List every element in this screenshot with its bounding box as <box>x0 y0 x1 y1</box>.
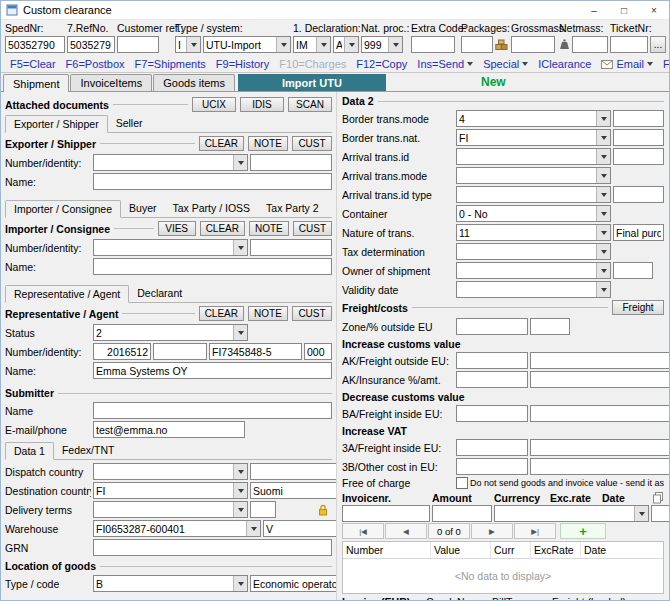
arrival-trans-mode-combo[interactable] <box>456 167 611 184</box>
arrival-trans-id-type-text-input[interactable] <box>613 186 664 203</box>
chevron-down-icon[interactable] <box>186 37 200 52</box>
ba-freight-currency-value[interactable] <box>531 406 669 421</box>
grid-col-excrate[interactable]: ExcRate <box>531 542 581 558</box>
dispatch-country-name-input[interactable] <box>250 463 337 480</box>
invoice-amount-input[interactable] <box>432 505 492 522</box>
scan-button[interactable]: SCAN <box>288 97 332 112</box>
representative-status-value[interactable] <box>94 325 233 340</box>
declaration-a-combo[interactable] <box>333 36 359 53</box>
chevron-down-icon[interactable] <box>596 149 610 164</box>
toolbar-save-button[interactable]: F11=Save <box>658 58 670 70</box>
warehouse-type-value[interactable] <box>264 521 337 536</box>
representative-number2-input[interactable] <box>153 343 207 360</box>
invoice-currency-value[interactable] <box>495 506 634 521</box>
copy-icon[interactable] <box>652 492 664 504</box>
representative-number-input[interactable] <box>93 343 151 360</box>
zone-pct-input[interactable] <box>456 318 528 335</box>
chevron-down-icon[interactable] <box>233 155 247 170</box>
chevron-down-icon[interactable] <box>596 263 610 278</box>
delivery-terms-combo[interactable] <box>93 501 248 518</box>
toolbar-email-button[interactable]: Email <box>596 58 658 70</box>
chevron-down-icon[interactable] <box>596 168 610 183</box>
dispatch-country-value[interactable] <box>94 464 233 479</box>
tab-tax-party-2[interactable]: Tax Party 2 <box>258 200 327 217</box>
tax-determination-combo[interactable] <box>456 243 611 260</box>
importer-cust-button[interactable]: CUST <box>293 221 332 236</box>
exporter-name-input[interactable] <box>93 173 332 190</box>
ak-freight-currency-value[interactable] <box>531 353 669 368</box>
idis-button[interactable]: IDIS <box>240 97 284 112</box>
container-value[interactable] <box>457 206 596 221</box>
system-combo[interactable] <box>203 36 291 53</box>
goods-operator-value[interactable] <box>251 576 337 591</box>
tab-invoiceitems[interactable]: InvoiceItems <box>70 74 152 91</box>
warehouse-combo[interactable] <box>93 520 261 537</box>
owner-of-shipment-value[interactable] <box>457 263 596 278</box>
chevron-down-icon[interactable] <box>233 502 247 517</box>
border-trans-nat-text-input[interactable] <box>613 129 664 146</box>
invoice-excrate-input[interactable] <box>651 505 669 522</box>
importer-clear-button[interactable]: CLEAR <box>200 221 245 236</box>
importer-vies-button[interactable]: VIES <box>158 221 196 236</box>
declaration-im-combo[interactable] <box>293 36 331 53</box>
ak-insurance-currency-combo[interactable] <box>530 371 669 388</box>
nature-of-trans-value[interactable] <box>457 225 596 240</box>
goods-type-combo[interactable] <box>93 575 248 592</box>
toolbar-special-button[interactable]: Special <box>478 58 533 70</box>
type-combo[interactable] <box>175 36 201 53</box>
invoice-currency-combo[interactable] <box>494 505 649 522</box>
tab-goods-items[interactable]: Goods items <box>153 74 235 91</box>
freight-button[interactable]: Freight <box>612 300 664 315</box>
nature-of-trans-combo[interactable] <box>456 224 611 241</box>
border-trans-mode-combo[interactable] <box>456 110 611 127</box>
exporter-note-button[interactable]: NOTE <box>248 136 288 151</box>
exporter-clear-button[interactable]: CLEAR <box>199 136 244 151</box>
owner-of-shipment-combo[interactable] <box>456 262 611 279</box>
chevron-down-icon[interactable] <box>596 282 610 297</box>
owner-of-shipment-text-input[interactable] <box>613 262 653 279</box>
invoicenr-input[interactable] <box>342 505 430 522</box>
netmass-input[interactable] <box>572 36 608 53</box>
free-of-charge-checkbox[interactable] <box>456 477 468 489</box>
nav-prev-button[interactable]: ◀ <box>385 523 427 539</box>
packages-input[interactable] <box>461 36 493 53</box>
chevron-down-icon[interactable] <box>233 483 247 498</box>
ticketnr-browse-button[interactable]: ... <box>650 36 666 53</box>
grid-col-curr[interactable]: Curr <box>491 542 531 558</box>
tab-shipment[interactable]: Shipment <box>3 74 69 92</box>
dispatch-country-combo[interactable] <box>93 463 248 480</box>
ak-insurance-amount-input[interactable] <box>456 371 528 388</box>
border-trans-nat-combo[interactable] <box>456 129 611 146</box>
maximize-button[interactable]: □ <box>609 1 639 19</box>
tax-determination-value[interactable] <box>457 244 596 259</box>
importer-number-value[interactable] <box>94 240 233 255</box>
tab-fedex-tnt[interactable]: Fedex/TNT <box>54 442 123 459</box>
ucix-button[interactable]: UCIX <box>192 97 236 112</box>
border-trans-mode-text-input[interactable] <box>613 110 664 127</box>
destination-country-name-input[interactable] <box>250 482 337 499</box>
container-combo[interactable] <box>456 205 611 222</box>
delivery-terms-extra-input[interactable] <box>250 501 276 518</box>
toolbar-postbox-button[interactable]: F6=Postbox <box>61 58 130 70</box>
nature-of-trans-text-input[interactable] <box>613 224 664 241</box>
arrival-trans-id-combo[interactable] <box>456 148 611 165</box>
ba-freight-currency-combo[interactable] <box>530 405 669 422</box>
destination-country-value[interactable] <box>94 483 233 498</box>
grid-col-value[interactable]: Value <box>431 542 491 558</box>
declaration-im-value[interactable] <box>294 37 316 52</box>
toolbar-shipments-button[interactable]: F7=Shipments <box>130 58 211 70</box>
toolbar-history-button[interactable]: F9=History <box>211 58 275 70</box>
submitter-name-input[interactable] <box>93 402 332 419</box>
tab-exporter-shipper[interactable]: Exporter / Shipper <box>5 115 108 133</box>
nat-proc-value[interactable] <box>362 37 388 52</box>
chevron-down-icon[interactable] <box>596 244 610 259</box>
ak-freight-amount-input[interactable] <box>456 352 528 369</box>
ticketnr-input[interactable] <box>610 36 648 53</box>
lock-icon[interactable] <box>318 504 328 516</box>
type-value[interactable] <box>176 37 186 52</box>
zone-amt-input[interactable] <box>530 318 570 335</box>
tab-data-1[interactable]: Data 1 <box>5 442 54 460</box>
chevron-down-icon[interactable] <box>233 576 247 591</box>
nav-next-button[interactable]: ▶ <box>471 523 513 539</box>
exporter-cust-button[interactable]: CUST <box>292 136 332 151</box>
